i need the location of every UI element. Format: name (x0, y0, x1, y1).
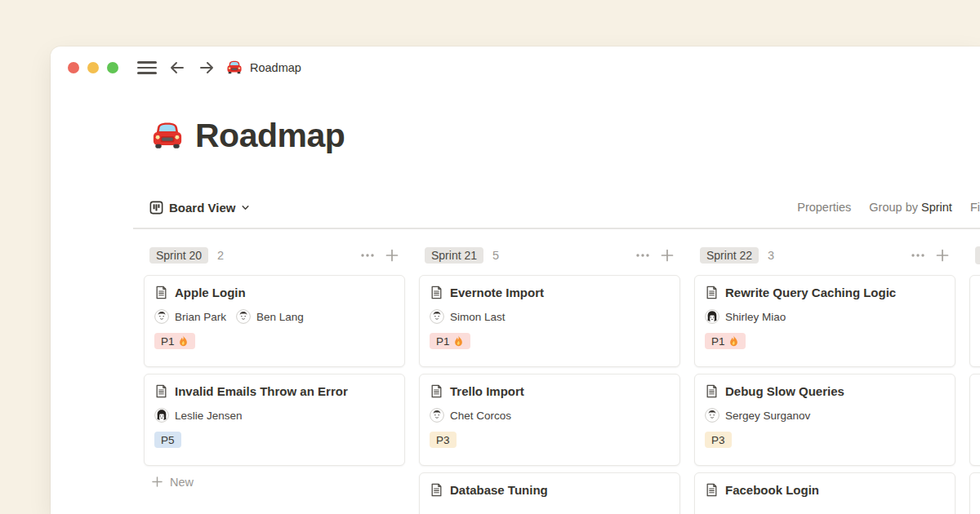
board-card[interactable] (969, 275, 980, 367)
priority-badge: P3 (705, 432, 732, 448)
column-name-badge[interactable]: Sprint 21 (425, 247, 483, 264)
assignee: Chet Corcos (430, 408, 511, 423)
page-header: Roadmap (149, 117, 345, 155)
back-arrow-icon[interactable] (168, 59, 186, 77)
assignee-name: Sergey Surganov (725, 410, 810, 422)
board-card[interactable]: Trello ImportChet CorcosP3 (419, 374, 680, 466)
column-name-badge[interactable] (975, 246, 980, 264)
card-assignees: Simon Last (430, 308, 670, 325)
page-icon (154, 384, 168, 398)
board-card[interactable]: Evernote ImportSimon LastP1 (419, 275, 680, 367)
chevron-down-icon (241, 203, 250, 212)
card-title-row: Invalid Emails Throw an Error (154, 384, 394, 398)
column-actions (359, 247, 400, 264)
page-icon (705, 483, 719, 497)
column-header (969, 245, 980, 266)
card-badges: P1 (154, 333, 394, 349)
priority-badge: P1 (154, 333, 195, 349)
assignee: Sergey Surganov (705, 408, 810, 423)
card-title-row: Debug Slow Queries (705, 384, 945, 398)
column-name-badge[interactable]: Sprint 20 (149, 247, 208, 264)
column-count: 5 (492, 249, 499, 262)
board-card[interactable]: Invalid Emails Throw an ErrorLeslie Jens… (144, 374, 405, 466)
assignee-name: Leslie Jensen (175, 410, 243, 422)
person-avatar-icon (705, 408, 719, 423)
fire-emoji-icon (178, 335, 189, 347)
group-by-value: Sprint (921, 201, 952, 214)
column-cards: Apple LoginBrian ParkBen LangP1Invalid E… (144, 275, 405, 466)
card-title: Invalid Emails Throw an Error (175, 384, 348, 398)
maximize-window-button[interactable] (107, 62, 118, 73)
new-card-button[interactable]: New (144, 467, 405, 496)
card-badges: P3 (430, 432, 670, 448)
page-icon (430, 483, 443, 497)
column-menu-icon[interactable] (910, 247, 926, 264)
board-card[interactable]: Database Tuning (419, 472, 680, 514)
card-assignees: Shirley Miao (705, 308, 945, 325)
priority-label: P5 (161, 434, 175, 446)
card-assignees: Leslie Jensen (154, 407, 394, 423)
board-card[interactable]: Facebook Login (694, 472, 956, 514)
page-icon (430, 286, 443, 299)
close-window-button[interactable] (68, 62, 79, 73)
assignee-name: Brian Park (175, 311, 226, 323)
board-card[interactable]: Rewrite Query Caching LogicShirley MiaoP… (694, 275, 956, 367)
app-window: Roadmap Roadmap Board View Properties Gr… (51, 47, 980, 514)
column-menu-icon[interactable] (359, 247, 376, 264)
card-badges: P3 (705, 432, 945, 448)
page-icon (705, 286, 719, 299)
column-name-badge[interactable]: Sprint 22 (700, 247, 759, 264)
person-avatar-icon (154, 408, 169, 423)
toolbar-right: Properties Group by Sprint Fi (797, 201, 980, 214)
car-emoji-icon[interactable] (149, 118, 185, 154)
fire-emoji-icon (453, 335, 464, 347)
view-toolbar: Board View Properties Group by Sprint Fi (149, 196, 980, 219)
board-view-selector[interactable]: Board View (149, 201, 250, 215)
properties-button[interactable]: Properties (797, 201, 851, 214)
priority-label: P1 (436, 335, 450, 348)
new-card-label: New (170, 476, 194, 489)
board-card[interactable]: Debug Slow QueriesSergey SurganovP3 (694, 374, 956, 466)
priority-badge: P5 (154, 432, 181, 448)
column-add-card-icon[interactable] (659, 247, 675, 264)
column-header: Sprint 215 (419, 245, 680, 266)
group-by-button[interactable]: Group by Sprint (869, 201, 952, 214)
column-cards: Rewrite Query Caching LogicShirley MiaoP… (694, 275, 956, 514)
priority-label: P1 (161, 335, 175, 348)
assignee: Brian Park (154, 309, 226, 324)
board-card[interactable]: Apple LoginBrian ParkBen LangP1 (144, 275, 405, 367)
priority-label: P1 (711, 335, 725, 348)
board-card[interactable] (969, 472, 980, 514)
column-menu-icon[interactable] (635, 247, 651, 264)
assignee-name: Chet Corcos (450, 410, 511, 422)
page-icon (154, 286, 168, 299)
person-avatar-icon (430, 309, 444, 324)
column-header: Sprint 223 (694, 245, 956, 266)
board-column: Sprint 223Rewrite Query Caching LogicShi… (694, 245, 956, 514)
card-title: Evernote Import (450, 286, 544, 299)
assignee-name: Ben Lang (256, 311, 304, 323)
person-avatar-icon (705, 309, 719, 324)
priority-label: P3 (711, 434, 725, 446)
card-title: Apple Login (175, 286, 246, 299)
forward-arrow-icon[interactable] (198, 59, 216, 77)
group-by-label: Group by (869, 201, 918, 214)
page-icon (430, 384, 443, 398)
priority-badge: P1 (705, 333, 746, 349)
menu-icon[interactable] (137, 61, 157, 74)
page-icon (705, 384, 719, 398)
column-add-card-icon[interactable] (384, 247, 400, 264)
column-add-card-icon[interactable] (934, 247, 951, 264)
board-column: Sprint 215Evernote ImportSimon LastP1Tre… (419, 245, 680, 514)
card-title-row: Rewrite Query Caching Logic (705, 286, 945, 299)
minimize-window-button[interactable] (87, 62, 99, 73)
priority-label: P3 (436, 434, 450, 446)
card-title: Rewrite Query Caching Logic (725, 286, 896, 299)
card-title: Facebook Login (725, 483, 819, 497)
card-title: Database Tuning (450, 483, 548, 497)
column-actions (910, 247, 951, 264)
board-card[interactable] (969, 374, 980, 466)
priority-badge: P1 (430, 333, 470, 349)
filter-button[interactable]: Fi (970, 201, 980, 214)
kanban-board: Sprint 202Apple LoginBrian ParkBen LangP… (144, 245, 980, 514)
